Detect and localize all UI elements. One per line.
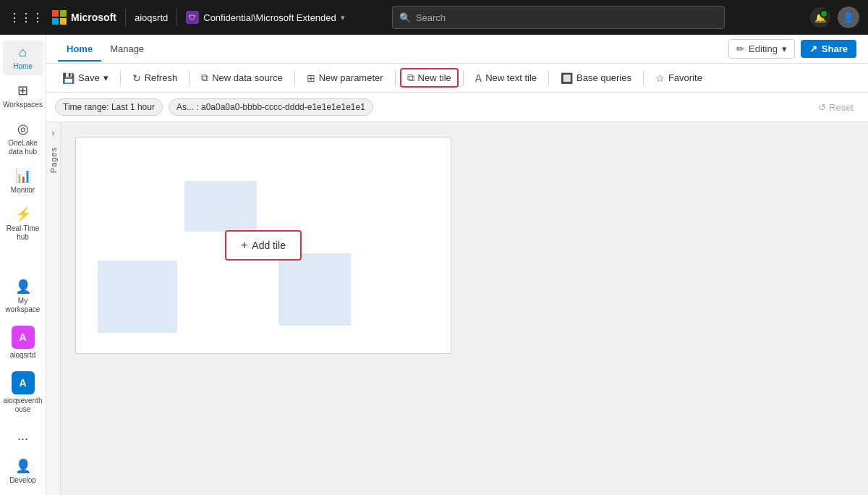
new-text-tile-icon: A xyxy=(475,72,482,84)
workspace-icon-aioqseventh: A xyxy=(12,371,35,394)
reset-button[interactable]: ↺ Reset xyxy=(812,99,859,116)
sidebar-item-workspaces-label: Workspaces xyxy=(3,101,43,109)
sidebar-item-more[interactable]: ··· xyxy=(3,427,43,451)
new-data-source-button[interactable]: ⧉ New data source xyxy=(194,68,290,88)
content-area: Home Manage ✏ Editing ▾ ↗ Share 💾 Save ▾ xyxy=(46,35,868,495)
base-queries-label: Base queries xyxy=(576,72,631,83)
home-icon: ⌂ xyxy=(19,45,27,60)
sidebar-item-home[interactable]: ⌂ Home xyxy=(3,41,43,75)
toolbar-sep-3 xyxy=(294,71,295,85)
as-chip[interactable]: As... : a0a0a0a0-bbbb-cccc-dddd-e1e1e1e1… xyxy=(169,98,373,116)
canvas-wrap: + Add tile xyxy=(61,122,868,495)
save-chevron-icon: ▾ xyxy=(103,72,109,83)
confidential-badge[interactable]: 🛡 Confidential\Microsoft Extended ▾ xyxy=(186,11,345,24)
favorite-button[interactable]: ☆ Favorite xyxy=(648,69,710,88)
microsoft-logo: Microsoft xyxy=(52,10,116,25)
sidebar: ⌂ Home ⊞ Workspaces ◎ OneLake data hub 📊… xyxy=(0,35,46,495)
editing-label: Editing xyxy=(749,43,778,54)
topbar-divider xyxy=(125,9,126,26)
tab-home[interactable]: Home xyxy=(58,38,101,62)
dashboard-canvas: + Add tile xyxy=(75,137,451,354)
toolbar-sep-5 xyxy=(463,71,464,85)
refresh-icon: ↻ xyxy=(132,72,141,84)
grid-icon[interactable]: ⋮⋮⋮ xyxy=(9,11,43,25)
new-parameter-icon: ⊞ xyxy=(307,72,315,84)
realtime-icon: ⚡ xyxy=(15,206,31,222)
new-data-source-icon: ⧉ xyxy=(201,72,208,84)
sidebar-item-aioqsrtd-label: aioqsrtd xyxy=(10,351,36,360)
new-data-source-label: New data source xyxy=(212,72,283,83)
reset-icon: ↺ xyxy=(818,102,826,113)
notification-icon[interactable]: 🔔 xyxy=(810,7,830,28)
app-name: Microsoft xyxy=(71,12,116,23)
dashboard-area: › Pages + Add tile xyxy=(46,122,868,495)
toolbar-sep-2 xyxy=(189,71,190,85)
sidebar-item-realtime[interactable]: ⚡ Real-Time hub xyxy=(3,202,43,246)
chevron-down-icon: ▾ xyxy=(341,13,345,22)
sidebar-item-aioqseventh[interactable]: A aioqseventh ouse xyxy=(3,367,43,418)
refresh-label: Refresh xyxy=(145,72,178,83)
pages-label: Pages xyxy=(49,147,58,173)
toolbar-sep-7 xyxy=(643,71,644,85)
search-input[interactable] xyxy=(392,6,725,29)
nav-tabs-right: ✏ Editing ▾ ↗ Share xyxy=(728,39,856,59)
my-workspace-icon: 👤 xyxy=(15,279,31,295)
sidebar-item-aioqsrtd[interactable]: A aioqsrtd xyxy=(3,321,43,364)
pages-toggle[interactable]: › xyxy=(49,125,58,141)
sidebar-item-realtime-label: Real-Time hub xyxy=(6,224,41,242)
sidebar-item-home-label: Home xyxy=(13,62,33,71)
sidebar-item-monitor-label: Monitor xyxy=(11,186,35,195)
workspace-badge[interactable]: aioqsrtd xyxy=(135,12,168,23)
new-parameter-label: New parameter xyxy=(319,72,383,83)
sidebar-item-workspaces[interactable]: ⊞ Workspaces xyxy=(3,78,43,114)
base-queries-button[interactable]: 🔲 Base queries xyxy=(553,69,639,88)
base-queries-icon: 🔲 xyxy=(561,72,573,84)
topbar-divider2 xyxy=(176,9,177,26)
new-tile-button[interactable]: ⧉ New tile xyxy=(400,68,459,88)
reset-label: Reset xyxy=(829,102,854,113)
as-label: As... : a0a0a0a0-bbbb-cccc-dddd-e1e1e1e1… xyxy=(176,102,365,112)
monitor-icon: 📊 xyxy=(15,168,31,184)
new-parameter-button[interactable]: ⊞ New parameter xyxy=(299,69,391,88)
sidebar-item-monitor[interactable]: 📊 Monitor xyxy=(3,164,43,199)
workspace-label: aioqsrtd xyxy=(135,12,168,23)
tile-placeholder-1 xyxy=(184,181,257,232)
filter-bar: Time range: Last 1 hour As... : a0a0a0a0… xyxy=(46,93,868,122)
new-text-tile-button[interactable]: A New text tile xyxy=(468,69,544,88)
topbar-actions: 🔔 👤 xyxy=(810,7,859,28)
add-tile-label: Add tile xyxy=(252,240,286,251)
add-tile-button[interactable]: + Add tile xyxy=(225,230,302,261)
toolbar-sep-1 xyxy=(120,71,121,85)
avatar[interactable]: 👤 xyxy=(838,7,859,28)
save-label: Save xyxy=(78,72,100,83)
onelake-icon: ◎ xyxy=(17,121,29,137)
sidebar-item-myworkspace[interactable]: 👤 My workspace xyxy=(3,274,43,318)
sidebar-item-onelake[interactable]: ◎ OneLake data hub xyxy=(3,117,43,161)
search-container: 🔍 xyxy=(392,6,725,29)
pages-panel: › Pages xyxy=(46,122,61,495)
new-tile-label: New tile xyxy=(418,72,451,83)
topbar: ⋮⋮⋮ Microsoft aioqsrtd 🛡 Confidential\Mi… xyxy=(0,0,868,35)
workspace-icon-aioqsrtd: A xyxy=(12,326,35,349)
toolbar-sep-4 xyxy=(395,71,396,85)
save-button[interactable]: 💾 Save ▾ xyxy=(55,69,116,88)
sidebar-item-develop[interactable]: 👤 Develop xyxy=(3,454,43,489)
nav-tabs: Home Manage ✏ Editing ▾ ↗ Share xyxy=(46,35,868,64)
confidential-icon: 🛡 xyxy=(186,11,199,24)
confidential-label: Confidential\Microsoft Extended xyxy=(203,12,336,23)
ms-colorblock-logo xyxy=(52,10,67,25)
toolbar: 💾 Save ▾ ↻ Refresh ⧉ New data source ⊞ N… xyxy=(46,64,868,93)
favorite-icon: ☆ xyxy=(655,72,665,84)
favorite-label: Favorite xyxy=(668,72,702,83)
share-icon: ↗ xyxy=(809,43,817,54)
time-range-chip[interactable]: Time range: Last 1 hour xyxy=(55,98,163,116)
share-button[interactable]: ↗ Share xyxy=(801,40,856,58)
main-layout: ⌂ Home ⊞ Workspaces ◎ OneLake data hub 📊… xyxy=(0,35,868,495)
refresh-button[interactable]: ↻ Refresh xyxy=(125,69,185,88)
plus-icon: + xyxy=(241,239,247,252)
tab-manage[interactable]: Manage xyxy=(101,38,153,62)
search-icon: 🔍 xyxy=(399,12,411,23)
editing-button[interactable]: ✏ Editing ▾ xyxy=(728,39,795,59)
tile-placeholder-3 xyxy=(278,253,351,326)
time-range-label: Time range: Last 1 hour xyxy=(63,102,155,112)
